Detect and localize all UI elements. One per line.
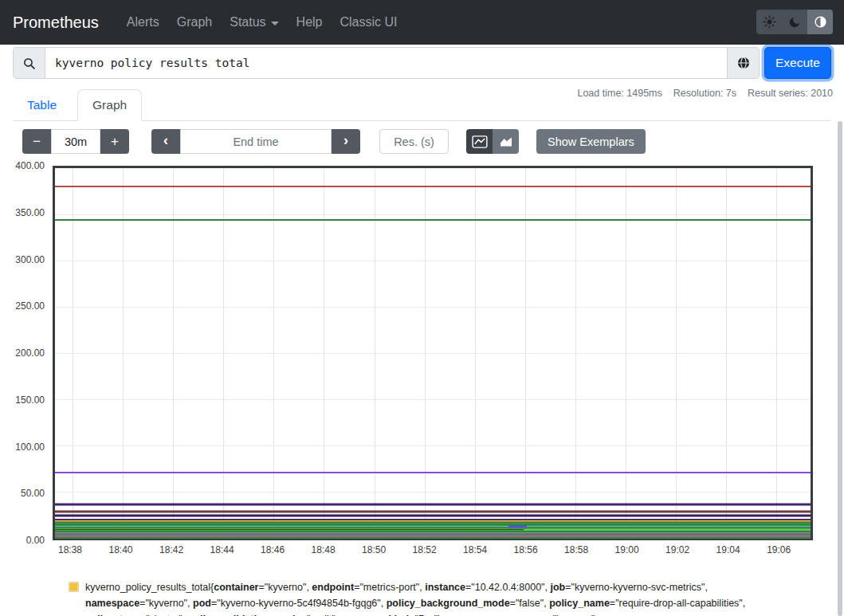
plot-area[interactable] [53, 166, 813, 540]
query-input-group [13, 47, 760, 79]
chevron-down-icon [271, 22, 279, 26]
stacked-chart-button[interactable] [493, 129, 519, 154]
nav-item-help[interactable]: Help [289, 9, 330, 36]
v-gridline [626, 168, 626, 538]
execute-button[interactable]: Execute [764, 47, 831, 79]
v-gridline [73, 168, 73, 538]
tab-graph[interactable]: Graph [77, 89, 142, 121]
v-gridline [324, 168, 324, 538]
v-gridline [776, 168, 777, 538]
circle-half-icon [814, 15, 827, 29]
x-tick-label: 19:04 [716, 544, 740, 555]
legend: kyverno_policy_results_total{container="… [69, 579, 778, 616]
y-tick-label: 200.00 [15, 347, 45, 359]
time-forward-button[interactable]: › [332, 129, 360, 154]
x-tick-label: 18:40 [109, 544, 133, 555]
y-tick-label: 50.00 [21, 488, 45, 499]
time-back-button[interactable]: ‹ [151, 129, 180, 154]
y-tick-label: 0.00 [26, 535, 45, 546]
v-gridline [676, 168, 677, 538]
v-gridline [425, 168, 426, 538]
brand-prometheus[interactable]: Prometheus [13, 14, 99, 32]
x-tick-label: 18:48 [312, 544, 336, 555]
range-input[interactable] [51, 129, 100, 154]
series-line[interactable] [55, 537, 811, 539]
v-gridline [273, 168, 274, 538]
series-line[interactable] [55, 510, 811, 512]
x-tick-label: 18:52 [413, 544, 437, 555]
v-gridline [223, 168, 224, 538]
legend-series-label[interactable]: kyverno_policy_results_total{container="… [85, 579, 778, 616]
series-line[interactable] [55, 504, 811, 506]
v-gridline [575, 168, 576, 538]
series-line[interactable] [55, 186, 811, 187]
x-tick-label: 18:54 [463, 544, 487, 555]
panel-tabs: TableGraph [13, 88, 831, 121]
end-time-stepper: ‹ › [151, 129, 360, 154]
theme-dark-button[interactable] [782, 10, 807, 34]
nav-item-status[interactable]: Status [222, 9, 285, 36]
x-tick-label: 19:00 [615, 544, 639, 555]
line-chart-button[interactable] [466, 129, 493, 154]
range-stepper: − + [22, 129, 129, 154]
h-gridline [55, 445, 811, 446]
resolution-input[interactable] [379, 129, 449, 154]
v-gridline [475, 168, 476, 538]
y-tick-label: 150.00 [15, 394, 45, 406]
graph-controls: − + ‹ › Show Exemplars [22, 129, 646, 154]
y-axis: 400.00350.00300.00250.00200.00150.00100.… [0, 166, 48, 540]
y-tick-label: 100.00 [15, 441, 45, 453]
chart-type-toggle [466, 129, 519, 154]
legend-item: kyverno_policy_results_total{container="… [69, 579, 778, 616]
h-gridline [55, 214, 811, 215]
tab-table[interactable]: Table [13, 90, 71, 120]
v-gridline [375, 168, 375, 538]
nav-item-classic-ui[interactable]: Classic UI [332, 9, 404, 36]
series-line[interactable] [55, 219, 811, 221]
page-scrollbar[interactable] [838, 121, 842, 616]
v-gridline [123, 168, 124, 538]
range-decrement-button[interactable]: − [22, 129, 51, 154]
nav-links: AlertsGraphStatusHelpClassic UI [120, 9, 405, 36]
v-gridline [173, 168, 174, 538]
search-addon [14, 48, 45, 78]
v-gridline [525, 168, 526, 538]
series-line[interactable] [55, 472, 811, 473]
nav-item-alerts[interactable]: Alerts [120, 9, 167, 36]
x-tick-label: 18:42 [159, 544, 183, 555]
h-gridline [55, 492, 811, 492]
y-tick-label: 350.00 [15, 207, 45, 218]
range-increment-button[interactable]: + [100, 129, 129, 154]
x-tick-label: 18:50 [362, 544, 386, 555]
area-chart-icon [499, 136, 513, 147]
x-tick-label: 18:46 [261, 544, 285, 555]
x-tick-label: 18:58 [564, 544, 588, 555]
h-gridline [55, 353, 811, 354]
theme-toggle-group [756, 10, 833, 34]
x-tick-label: 18:44 [210, 544, 234, 555]
query-bar: Execute [13, 47, 831, 79]
end-time-input[interactable] [180, 129, 332, 154]
show-exemplars-button[interactable]: Show Exemplars [536, 129, 646, 154]
v-gridline [726, 168, 727, 538]
theme-auto-button[interactable] [807, 10, 833, 34]
series-segment[interactable] [508, 526, 528, 528]
x-axis: 18:3818:4018:4218:4418:4618:4818:5018:52… [53, 544, 813, 557]
h-gridline [55, 307, 811, 308]
search-icon [22, 57, 36, 70]
series-segment[interactable] [524, 529, 811, 531]
globe-icon [736, 56, 751, 70]
series-line[interactable] [55, 515, 811, 517]
query-input[interactable] [45, 48, 727, 78]
metrics-explorer-button[interactable] [727, 48, 759, 78]
x-tick-label: 19:06 [767, 544, 791, 555]
y-tick-label: 300.00 [15, 254, 45, 265]
x-tick-label: 18:56 [514, 544, 538, 555]
theme-light-button[interactable] [756, 10, 782, 34]
h-gridline [55, 261, 811, 261]
legend-swatch[interactable] [69, 582, 79, 592]
y-tick-label: 250.00 [15, 300, 45, 312]
x-tick-label: 19:02 [665, 544, 689, 555]
top-navbar: Prometheus AlertsGraphStatusHelpClassic … [0, 0, 844, 45]
nav-item-graph[interactable]: Graph [170, 9, 219, 36]
